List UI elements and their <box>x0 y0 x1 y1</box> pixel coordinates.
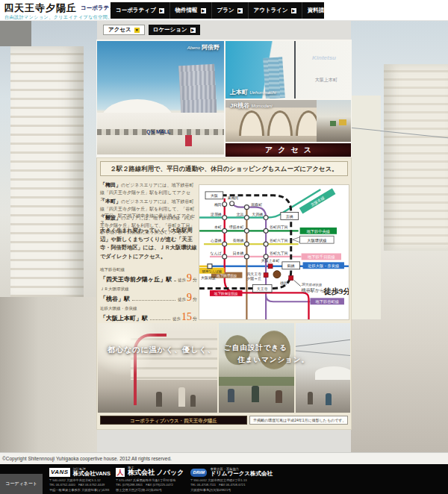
cyclist <box>276 390 282 403</box>
power-line <box>296 339 350 348</box>
dotted-leader <box>174 281 175 281</box>
pedestrian <box>178 387 185 407</box>
lower-wall <box>0 297 97 452</box>
hedge <box>219 377 294 386</box>
nav-item-request[interactable]: 資料請求 ▶ <box>302 2 324 19</box>
pedestrian <box>156 392 162 407</box>
station-tennoji: 天王寺 <box>257 287 268 291</box>
novac-logo: 人 <box>116 468 125 477</box>
main-nav: コーポラティブ ▶ 物件情報 ▶ プラン ▶ アウトライン ▶ 資料請求 ▶ <box>111 2 324 19</box>
station-temmabashi: 天満橋 <box>252 212 263 217</box>
nav-label: 資料請求 <box>308 7 324 14</box>
company-name: 株式会社 ノバック <box>128 469 184 477</box>
kintetsu-subsign: 大阪上本町 <box>315 77 337 84</box>
nav-item-property-info[interactable]: 物件情報 ▶ <box>170 2 212 19</box>
company-license: 大阪府知事免許(3)第49821号 <box>190 488 273 493</box>
line-label-tanimachi: 地下鉄谷町線 <box>315 299 339 304</box>
tab-access[interactable]: アクセス ▼ <box>103 25 145 35</box>
walk-note-from: 桃谷駅から <box>302 287 325 293</box>
nav-label: アウトライン <box>254 7 288 14</box>
station-higashi-umeda: 東梅田 <box>228 196 239 201</box>
arrow-down-icon: ▼ <box>134 28 140 33</box>
tab-label: アクセス <box>108 26 131 34</box>
line-label-loop: 大阪環状線 <box>307 238 326 243</box>
drim-logo: DRiM <box>190 469 207 477</box>
caption-photo-note: ※掲載の環境写真は平成24年1月に撮影したものです。 <box>249 416 348 425</box>
walk-label: 徒歩 <box>178 278 186 283</box>
site-logo[interactable]: 四天王寺夕陽丘 <box>4 1 77 15</box>
photo-momodani: JR桃谷 Momodani <box>225 100 351 142</box>
station-access-item: ＪＲ大阪環状線 「桃谷」駅 徒歩 9 分 <box>100 287 197 303</box>
photo-label-jp: 阿倍野 <box>202 44 220 51</box>
station-yodoyabashi: 淀屋橋 <box>211 212 222 217</box>
station-tsuruhashi: 鶴橋 <box>287 263 295 268</box>
section-tabs: アクセス ▼ ロケーション ▶ <box>103 25 200 35</box>
line-name: ＪＲ大阪環状線 <box>100 287 197 292</box>
station-name: 「大阪上本町」駅 <box>100 314 148 322</box>
station-nagahoribashi: 長堀橋 <box>233 238 244 243</box>
arrow-right-icon: ▶ <box>201 8 206 13</box>
access-section-title: アクセス <box>225 143 351 157</box>
pedestrian <box>308 392 313 404</box>
station-osaka: 大阪 <box>211 193 218 198</box>
nav-label: プラン <box>217 7 234 14</box>
walk-unit: 分 <box>193 296 197 303</box>
station-tanimachi6: 谷町六丁目 <box>270 238 288 243</box>
nav-item-cooperative[interactable]: コーポラティブ ▶ <box>111 2 170 19</box>
caption-project-label: コーポラティブハウス・四天王寺夕陽丘 <box>100 416 247 425</box>
photo-label-jp: 上本町 <box>230 89 248 96</box>
nav-item-plan[interactable]: プラン ▶ <box>212 2 249 19</box>
access-title-text: アクセス <box>260 145 317 155</box>
walk-minutes: 9 <box>187 273 192 284</box>
route-map: 京阪本線 地下鉄中央線 大阪環状線 地下鉄千日前線 近鉄大阪・奈良線 地下鉄谷町… <box>199 184 349 320</box>
page: 四天王寺夕陽丘 コーポラティブハウス 自由設計マンション、クリエイテイブな住空間… <box>0 0 448 494</box>
photo-label-uehommachi: 上本町 Uehommachi <box>230 88 278 96</box>
background-photo-right <box>351 21 448 452</box>
access-emphasis: 大きく生まれ変わっていく「大阪駅周辺」や新しくまちづくりが進む「天王寺・阿倍野地… <box>100 226 198 261</box>
station-shitennoji-line1: 四天王寺 <box>246 272 261 276</box>
pedestrian <box>190 395 196 407</box>
photo-abeno: Abeno阿倍野 Q's MALL <box>97 41 224 154</box>
dotted-leader <box>132 300 175 301</box>
footer-company-drim[interactable]: DRiM 事業企画・募集協力 ドリムワークス株式会社 〒550-0012 大阪市… <box>190 467 273 493</box>
station-kitahama: 北浜 <box>237 212 244 217</box>
kintetsu-sign: Kintetsu <box>312 54 336 61</box>
station-tanimachi9: 谷町九丁目 <box>270 251 288 256</box>
station-osaka-namba: 大阪難波 <box>201 275 216 281</box>
shop-sign <box>330 121 336 126</box>
tab-location[interactable]: ロケーション ▶ <box>149 25 200 35</box>
station-name: 「桃谷」駅 <box>100 295 130 303</box>
station-shinsaibashi: 心斎橋 <box>210 238 222 243</box>
mall-sign: Q's MALL <box>146 129 170 134</box>
footer-company-novac[interactable]: 人 施工 株式会社 ノバック 〒670-0947 兵庫県姫路市北条1丁目92番地… <box>116 467 184 493</box>
line-label-hanshin: 阪神なんば線 <box>202 269 223 273</box>
station-momodani: 桃谷 <box>280 281 287 286</box>
route-map-svg: 京阪本線 地下鉄中央線 大阪環状線 地下鉄千日前線 近鉄大阪・奈良線 地下鉄谷町… <box>199 185 349 319</box>
site-footer: コーディネート VANS 設計監理 株式会社VANS 〒540-0012 大阪市… <box>0 464 448 494</box>
station-nippombashi: 日本橋 <box>233 251 244 255</box>
station-arch <box>267 110 293 136</box>
site-header: 四天王寺夕陽丘 コーポラティブハウス 自由設計マンション、クリエイテイブな住空間… <box>0 0 448 21</box>
arrow-right-icon: ▶ <box>190 28 196 33</box>
photo-overlay-2b: 住まいマンション。 <box>237 355 309 365</box>
cyclist <box>228 389 234 402</box>
walk-label: 徒歩 <box>172 316 181 322</box>
photo-label-jp: JR桃谷 <box>230 102 249 109</box>
walk-unit: 分 <box>193 316 197 322</box>
tab-label: ロケーション <box>153 26 187 34</box>
footer-company-vans[interactable]: VANS 設計監理 株式会社VANS 〒540-0012 大阪市中央区谷町3-1… <box>49 467 111 493</box>
tall-building <box>10 46 84 303</box>
line-label-chuo: 地下鉄中央線 <box>306 229 330 234</box>
copyright-text: ©Copyright Shitennnouji Yuhigaoka cooper… <box>0 452 448 464</box>
walk-unit: 分 <box>193 277 197 284</box>
station-canopy <box>315 366 350 380</box>
nav-label: 物件情報 <box>175 7 198 14</box>
photo-label-en: Uehommachi <box>249 90 276 95</box>
station-shitennoji-line2: 夕陽ヶ丘 <box>246 276 261 281</box>
station-access-item: 地下鉄谷町線 「四天王寺前夕陽ヶ丘」駅 徒歩 9 分 <box>100 267 197 284</box>
background-photo-left <box>0 21 97 452</box>
station-arch <box>239 110 264 136</box>
nav-item-outline[interactable]: アウトライン ▶ <box>249 2 302 19</box>
walk-note-line: JR大阪環状線 <box>302 283 323 287</box>
walk-label: 徒歩 <box>178 297 186 302</box>
